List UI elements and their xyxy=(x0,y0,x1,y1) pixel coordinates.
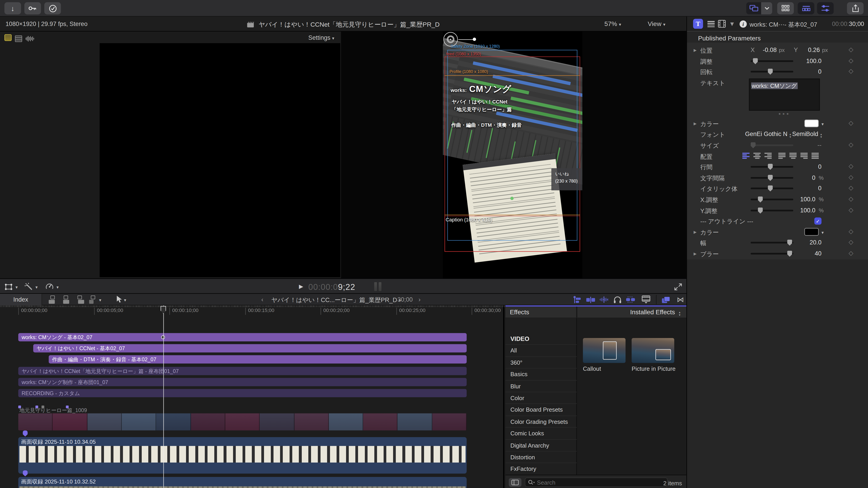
effects-search[interactable] xyxy=(525,477,668,487)
clip-filmstrip-audio-icon[interactable] xyxy=(4,34,12,41)
enhancements-button[interactable] xyxy=(24,283,33,293)
outline-color-swatch[interactable] xyxy=(804,228,819,236)
trim-toggle[interactable] xyxy=(586,295,595,304)
keyframe-dot[interactable] xyxy=(161,335,165,339)
clip-waveform-icon[interactable] xyxy=(26,34,34,44)
effects-category[interactable]: Distortion xyxy=(505,451,577,463)
screen-recording-clip-1[interactable]: 画面収録 2025-11-10 10.34.05 xyxy=(18,437,467,474)
clip-marker-pin[interactable] xyxy=(23,430,28,436)
y-value-field[interactable]: 0.26 xyxy=(800,46,820,53)
title-clip-disabled[interactable]: RECORDING - カスタム xyxy=(18,389,467,397)
effects-category[interactable]: Color xyxy=(505,392,577,404)
share-button[interactable] xyxy=(847,2,864,14)
effects-category[interactable]: Digital Anarchy xyxy=(505,440,577,451)
outline-blur-value[interactable]: 40 xyxy=(800,250,822,257)
color-swatch[interactable] xyxy=(804,120,819,127)
justify-right-button[interactable] xyxy=(800,153,808,159)
adjust-value[interactable]: 100.0 xyxy=(800,58,822,64)
tracking-slider[interactable] xyxy=(751,177,794,179)
chevron-down-icon[interactable]: ▾ xyxy=(57,285,59,290)
disclosure-triangle[interactable]: ▶ xyxy=(694,48,697,53)
effects-category[interactable]: Comic Looks xyxy=(505,428,577,440)
keyframe-button[interactable]: ◇ xyxy=(848,228,853,235)
background-tasks-button[interactable] xyxy=(44,2,61,14)
timeline-area[interactable]: 00:00:00;00 00:00:05;00 00:00:10;00 00:0… xyxy=(0,305,504,488)
align-right-button[interactable] xyxy=(765,153,772,159)
effects-category[interactable]: FxFactory xyxy=(505,463,577,475)
play-button[interactable]: ▶ xyxy=(299,283,303,289)
line-spacing-slider[interactable] xyxy=(751,166,794,168)
title-clip-disabled[interactable]: ヤバイ！はやい！CCNet「地元見守りヒーロー」篇 - 座布団01_07 xyxy=(18,367,467,375)
video-clip-filmstrip[interactable] xyxy=(18,413,467,430)
chevron-down-icon[interactable]: ▾ xyxy=(16,285,18,290)
y-scale-slider[interactable] xyxy=(751,210,794,211)
transitions-browser-toggle[interactable]: ⋈ xyxy=(676,295,685,304)
italic-value[interactable]: 0 xyxy=(800,185,822,191)
italic-slider[interactable] xyxy=(751,188,794,189)
clip-appearance-menu[interactable] xyxy=(642,295,650,304)
title-text-overlay[interactable]: works: CMソング xyxy=(451,84,511,95)
insert-edit-button[interactable] xyxy=(62,295,70,304)
playhead-handle[interactable] xyxy=(160,306,166,314)
justify-all-button[interactable] xyxy=(811,153,819,159)
disclosure-triangle[interactable]: ▶ xyxy=(694,230,697,235)
resize-dots[interactable]: ●●● xyxy=(749,112,819,116)
index-button[interactable]: Index xyxy=(0,294,42,305)
previous-project-button[interactable]: ‹ xyxy=(261,296,264,302)
inspector-toggle-button[interactable] xyxy=(817,2,834,14)
effect-thumbnail-pip[interactable] xyxy=(631,338,674,363)
keyframe-button[interactable]: ◇ xyxy=(848,46,853,53)
title-clip[interactable]: ヤバイ！はやい！CCNet - 基本02_07 xyxy=(33,344,467,352)
chevron-down-icon[interactable]: ▾ xyxy=(35,285,38,290)
viewer-settings-menu[interactable]: Settings ▾ xyxy=(308,34,334,41)
timeline-project-title[interactable]: ヤバイ！はやい！CC...ーロー」篇_業歴PR_D ▾ xyxy=(271,296,401,304)
tracking-value[interactable]: 0 xyxy=(796,174,815,181)
x-scale-value[interactable]: 100.0 xyxy=(796,196,815,202)
keyframe-button[interactable]: ◇ xyxy=(848,206,853,214)
snapping-toggle[interactable] xyxy=(626,295,635,304)
connect-edit-button[interactable] xyxy=(49,295,57,304)
keyframe-button[interactable]: ◇ xyxy=(848,250,853,257)
playhead-timecode[interactable]: 00:00:09;22 xyxy=(308,282,355,292)
overwrite-edit-button[interactable] xyxy=(89,295,97,304)
append-edit-button[interactable] xyxy=(76,295,84,304)
search-input[interactable] xyxy=(537,479,648,486)
keyframe-button[interactable]: ◇ xyxy=(848,120,853,127)
playhead[interactable] xyxy=(163,305,164,488)
effects-category[interactable]: Blur xyxy=(505,381,577,392)
audio-meter-left[interactable] xyxy=(374,282,377,291)
text-style-icon[interactable] xyxy=(708,21,715,27)
chevron-down-icon[interactable]: ▾ xyxy=(124,298,126,303)
justify-center-button[interactable] xyxy=(789,153,797,159)
chevron-down-icon[interactable]: ▾ xyxy=(822,230,824,235)
audio-meter-right[interactable] xyxy=(379,282,381,291)
color-inspector-tab[interactable]: ▼ xyxy=(729,21,735,27)
adjust-slider[interactable] xyxy=(751,60,794,62)
chevron-down-icon[interactable]: ▾ xyxy=(822,122,824,127)
solo-toggle[interactable] xyxy=(613,295,622,304)
outline-blur-slider[interactable] xyxy=(751,253,794,254)
font-family-menu[interactable]: GenEi Gothic N▲▼ xyxy=(745,131,792,138)
effects-category[interactable]: Basics xyxy=(505,368,577,380)
title-clip[interactable]: 作曲・編曲・DTM・演奏・録音 - 基本02_07 xyxy=(49,355,467,363)
keyframe-button[interactable]: ◇ xyxy=(848,184,853,192)
rotation-handle[interactable] xyxy=(473,38,476,41)
browser-panel-toggle[interactable] xyxy=(662,295,671,304)
zoom-menu[interactable]: 57% ▾ xyxy=(604,21,621,27)
disclosure-triangle[interactable]: ▶ xyxy=(694,122,697,126)
sidebar-toggle-button[interactable] xyxy=(509,478,522,487)
clip-filmstrip-icon[interactable] xyxy=(15,34,22,41)
keyframe-button[interactable]: ◇ xyxy=(848,68,853,75)
text-inspector-tab[interactable]: T xyxy=(693,19,703,29)
retime-button[interactable] xyxy=(45,283,54,293)
fullscreen-button[interactable] xyxy=(674,283,682,293)
font-weight-menu[interactable]: SemiBold▲▼ xyxy=(792,131,822,138)
screen-recording-clip-2[interactable]: 画面収録 2025-11-10 10.32.52 xyxy=(18,477,467,488)
keyframe-button[interactable]: ◇ xyxy=(848,163,853,170)
viewer-canvas[interactable]: Safety Zone (1010 x 1280) feed (1080 x 1… xyxy=(443,32,582,278)
x-scale-slider[interactable] xyxy=(751,199,794,200)
audio-skimming-toggle[interactable] xyxy=(599,295,608,304)
rotation-slider[interactable] xyxy=(751,71,794,72)
x-value-field[interactable]: -0.08 xyxy=(757,46,777,53)
rotation-value[interactable]: 0 xyxy=(800,68,822,74)
